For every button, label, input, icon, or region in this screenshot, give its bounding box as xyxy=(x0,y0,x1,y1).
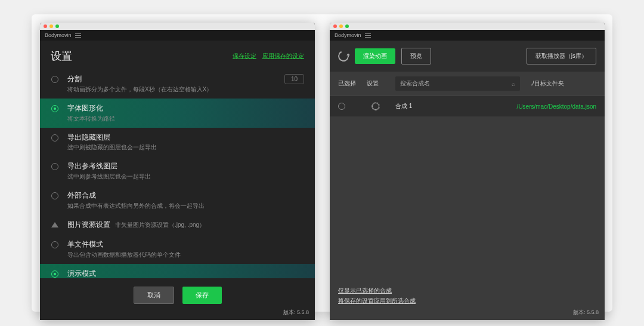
close-dot[interactable] xyxy=(333,24,337,28)
expand-icon[interactable] xyxy=(51,222,58,227)
preview-button[interactable]: 预览 xyxy=(401,48,431,64)
version-label: 版本: 5.5.8 xyxy=(40,307,315,320)
window-chrome xyxy=(40,23,315,30)
setting-row[interactable]: 导出隐藏图层选中则被隐藏的图层也会一起导出 xyxy=(40,128,315,157)
cancel-button[interactable]: 取消 xyxy=(134,287,174,304)
search-input[interactable]: 搜索合成名 ⌕ xyxy=(395,76,520,91)
save-button[interactable]: 保存 xyxy=(182,287,222,304)
setting-row[interactable]: 字体图形化将文本转换为路径 xyxy=(40,99,315,128)
setting-title: 导出隐藏图层 xyxy=(67,133,304,143)
setting-row[interactable]: 分割将动画拆分为多个文件，每段X秒（在右边空格输入X）10 xyxy=(40,69,315,99)
setting-row[interactable]: 外部合成如果合成中有表达式指向另外的合成，将会一起导出 xyxy=(40,186,315,215)
col-selected: 已选择 xyxy=(338,79,356,88)
apply-saved-settings-link[interactable]: 应用保存的设定 xyxy=(262,52,304,60)
only-selected-link[interactable]: 仅显示已选择的合成 xyxy=(338,287,596,295)
settings-list: 分割将动画拆分为多个文件，每段X秒（在右边空格输入X）10字体图形化将文本转换为… xyxy=(40,69,315,278)
composition-path[interactable]: /Users/mac/Desktop/data.json xyxy=(489,103,596,110)
search-placeholder: 搜索合成名 xyxy=(400,79,430,88)
setting-title: 演示模式 xyxy=(67,269,304,278)
setting-subtitle: 选中则参考线图层也会一起导出 xyxy=(67,173,304,181)
setting-row[interactable]: 图片资源设置非矢量图片资源设置（.jpg, .png） xyxy=(40,215,315,235)
setting-subtitle: 将动画拆分为多个文件，每段X秒（在右边空格输入X） xyxy=(67,85,276,94)
composition-name: 合成 1 xyxy=(395,102,478,110)
compositions-window: Bodymovin 渲染动画 预览 获取播放器（js库） 已选择 设置 搜索合成… xyxy=(330,23,605,320)
minimize-dot[interactable] xyxy=(339,24,343,28)
setting-row[interactable]: 单文件模式导出包含动画数据和播放器代码的单个文件 xyxy=(40,235,315,264)
gear-icon[interactable] xyxy=(372,103,379,110)
title-bar: Bodymovin xyxy=(330,30,605,41)
setting-row[interactable]: 演示模式导出一个html文件方便本地预览 xyxy=(40,264,315,278)
radio-off-icon[interactable] xyxy=(51,134,58,142)
col-settings: 设置 xyxy=(367,79,385,88)
apply-saved-link[interactable]: 将保存的设置应用到所选合成 xyxy=(338,297,596,305)
title-bar: Bodymovin xyxy=(40,30,315,41)
radio-off-icon[interactable] xyxy=(51,163,58,170)
composition-row[interactable]: 合成 1 /Users/mac/Desktop/data.json xyxy=(330,96,605,116)
split-seconds-input[interactable]: 10 xyxy=(284,74,304,84)
toolbar: 渲染动画 预览 获取播放器（js库） xyxy=(330,41,605,72)
settings-window: Bodymovin 设置 保存设定 应用保存的设定 分割将动画拆分为多个文件，每… xyxy=(40,23,315,320)
render-button[interactable]: 渲染动画 xyxy=(355,48,395,64)
refresh-icon[interactable] xyxy=(336,49,350,63)
radio-on-icon[interactable] xyxy=(51,270,58,278)
zoom-dot[interactable] xyxy=(345,24,349,28)
app-title: Bodymovin xyxy=(335,32,361,38)
close-dot[interactable] xyxy=(44,24,47,28)
radio-off-icon[interactable] xyxy=(51,192,58,199)
version-label: 版本: 5.5.8 xyxy=(330,307,605,320)
page-title: 设置 xyxy=(51,49,72,63)
setting-subtitle: 导出包含动画数据和播放器代码的单个文件 xyxy=(67,251,304,259)
column-header-row: 已选择 设置 搜索合成名 ⌕ ./目标文件夹 xyxy=(330,72,605,96)
radio-off-icon[interactable] xyxy=(51,241,58,248)
setting-row[interactable]: 导出参考线图层选中则参考线图层也会一起导出 xyxy=(40,156,315,186)
radio-off-icon[interactable] xyxy=(51,76,58,83)
setting-title: 分割 xyxy=(67,74,276,84)
col-target: ./目标文件夹 xyxy=(531,79,596,88)
setting-title: 单文件模式 xyxy=(67,239,304,250)
setting-title: 导出参考线图层 xyxy=(67,161,304,171)
setting-title: 字体图形化 xyxy=(67,103,304,113)
save-settings-link[interactable]: 保存设定 xyxy=(233,52,256,60)
setting-subtitle: 选中则被隐藏的图层也会一起导出 xyxy=(67,143,304,152)
window-chrome xyxy=(330,23,605,30)
zoom-dot[interactable] xyxy=(55,24,59,28)
minimize-dot[interactable] xyxy=(49,24,53,28)
app-title: Bodymovin xyxy=(45,32,72,38)
setting-subtitle: 如果合成中有表达式指向另外的合成，将会一起导出 xyxy=(67,202,304,210)
setting-title: 图片资源设置非矢量图片资源设置（.jpg, .png） xyxy=(67,220,304,230)
setting-inline-desc: 非矢量图片资源设置（.jpg, .png） xyxy=(115,222,205,228)
search-icon: ⌕ xyxy=(512,81,515,87)
setting-title: 外部合成 xyxy=(67,190,304,201)
radio-on-icon[interactable] xyxy=(51,105,58,112)
menu-icon[interactable] xyxy=(75,32,81,39)
menu-icon[interactable] xyxy=(365,32,371,39)
get-player-button[interactable]: 获取播放器（js库） xyxy=(527,48,596,64)
select-toggle[interactable] xyxy=(338,103,345,110)
setting-subtitle: 将文本转换为路径 xyxy=(67,115,304,123)
